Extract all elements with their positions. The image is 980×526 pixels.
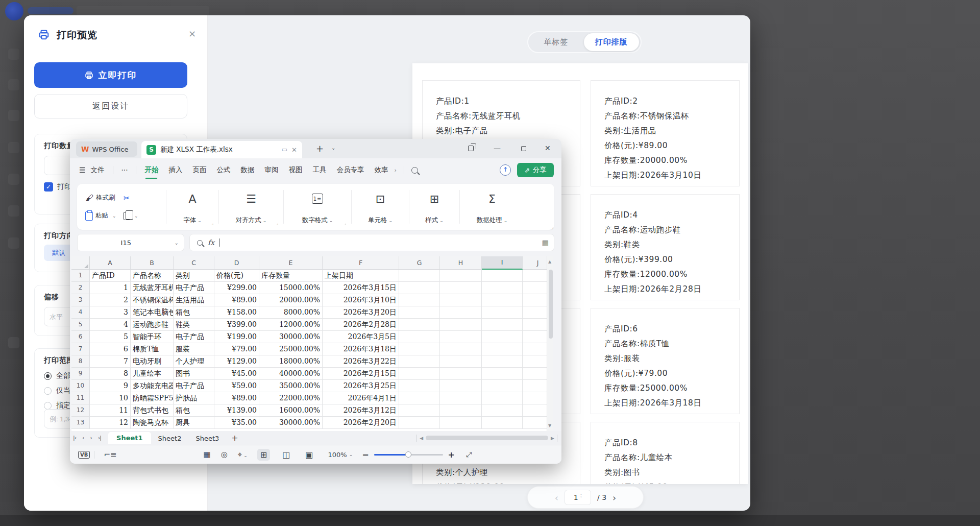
row-header-9[interactable]: 9	[71, 368, 90, 380]
cell-I3[interactable]	[482, 294, 523, 306]
cell-E6[interactable]: 30000.00%	[259, 331, 323, 343]
cell-G8[interactable]	[399, 355, 440, 368]
cell-F7[interactable]: 2026年3月18日	[323, 343, 399, 355]
cell-F6[interactable]: 2026年3月5日	[323, 331, 399, 343]
first-sheet-icon[interactable]: |‹	[73, 435, 76, 441]
column-header-F[interactable]: F	[323, 256, 399, 270]
cell-D13[interactable]: ¥35.00	[214, 417, 259, 429]
window-close-icon[interactable]: ✕	[545, 144, 551, 152]
cell-F12[interactable]: 2026年3月12日	[323, 404, 399, 417]
cell-A4[interactable]: 3	[90, 306, 131, 319]
column-header-A[interactable]: A	[90, 256, 131, 270]
cell-A11[interactable]: 10	[90, 392, 131, 404]
cell-F5[interactable]: 2026年2月28日	[323, 319, 399, 331]
cell-A1[interactable]: 产品ID	[90, 270, 131, 282]
cell-H12[interactable]	[440, 404, 482, 417]
cut-button[interactable]: ✂	[124, 194, 162, 203]
cell-E2[interactable]: 15000.00%	[259, 282, 323, 294]
cell-I4[interactable]	[482, 306, 523, 319]
cell-C6[interactable]: 电子产品	[174, 331, 214, 343]
cell-E4[interactable]: 8000.00%	[259, 306, 323, 319]
cell-C4[interactable]: 箱包	[174, 306, 214, 319]
row-header-11[interactable]: 11	[71, 392, 90, 404]
cell-F2[interactable]: 2026年3月15日	[323, 282, 399, 294]
row-header-1[interactable]: 1	[71, 270, 90, 282]
prev-sheet-icon[interactable]: ‹	[82, 435, 84, 441]
cell-G13[interactable]	[399, 417, 440, 429]
sheet-tab-sheet3[interactable]: Sheet3	[188, 433, 226, 444]
cell-F8[interactable]: 2026年3月22日	[323, 355, 399, 368]
cell-H1[interactable]	[440, 270, 482, 282]
menu-item-10[interactable]: 会员专享	[336, 165, 364, 175]
page-spinner-icon[interactable]: ˄˅	[580, 495, 582, 500]
print-now-button[interactable]: 立即打印	[34, 62, 187, 88]
hscroll-left-icon[interactable]: ◀	[420, 436, 423, 441]
cell-D5[interactable]: ¥399.00	[214, 319, 259, 331]
row-header-8[interactable]: 8	[71, 355, 90, 368]
cell-E7[interactable]: 25000.00%	[259, 343, 323, 355]
cell-E8[interactable]: 18000.00%	[259, 355, 323, 368]
cell-H5[interactable]	[440, 319, 482, 331]
cell-E11[interactable]: 22000.00%	[259, 392, 323, 404]
sheet-tab-sheet1[interactable]: Sheet1	[108, 432, 151, 444]
row-header-3[interactable]: 3	[71, 294, 90, 306]
样式-group[interactable]: ⊞ 样式⌄	[413, 188, 455, 226]
cell-G1[interactable]	[399, 270, 440, 282]
cell-I6[interactable]	[482, 331, 523, 343]
tab-list-chevron-icon[interactable]: ⌄	[331, 145, 335, 151]
scroll-down-icon[interactable]: ▼	[548, 423, 551, 428]
add-sheet-icon[interactable]: +	[231, 433, 238, 443]
cell-B4[interactable]: 笔记本电脑包	[131, 306, 174, 319]
preview-tab-inactive[interactable]: 单标签	[528, 37, 584, 47]
row-header-6[interactable]: 6	[71, 331, 90, 343]
group-expand-icon[interactable]: ⌟	[276, 221, 278, 226]
radio-icon[interactable]	[44, 402, 52, 410]
cell-G4[interactable]	[399, 306, 440, 319]
cell-I2[interactable]	[482, 282, 523, 294]
close-icon[interactable]: ✕	[188, 29, 196, 39]
cell-C11[interactable]: 护肤品	[174, 392, 214, 404]
cell-D12[interactable]: ¥139.00	[214, 404, 259, 417]
cell-C10[interactable]: 电子产品	[174, 380, 214, 392]
cell-E10[interactable]: 35000.00%	[259, 380, 323, 392]
cell-C7[interactable]: 服装	[174, 343, 214, 355]
menu-item-6[interactable]: 数据	[240, 165, 254, 175]
menu-item-2[interactable]: 开始	[144, 165, 158, 175]
cell-H3[interactable]	[440, 294, 482, 306]
cell-I13[interactable]	[482, 417, 523, 429]
row-header-10[interactable]: 10	[71, 380, 90, 392]
row-header-5[interactable]: 5	[71, 319, 90, 331]
hscroll-right-icon[interactable]: ▶	[551, 436, 554, 441]
cell-A13[interactable]: 12	[90, 417, 131, 429]
cell-A8[interactable]: 7	[90, 355, 131, 368]
zoom-in-icon[interactable]: +	[448, 450, 455, 460]
menu-item-1[interactable]: 文件	[91, 165, 105, 175]
cell-H6[interactable]	[440, 331, 482, 343]
row-header-7[interactable]: 7	[71, 343, 90, 355]
cell-E3[interactable]: 20000.00%	[259, 294, 323, 306]
doc-close-icon[interactable]: ✕	[291, 146, 297, 154]
visibility-icon[interactable]: ◎	[221, 450, 228, 459]
cell-A2[interactable]: 1	[90, 282, 131, 294]
cell-D7[interactable]: ¥79.00	[214, 343, 259, 355]
vertical-scrollbar[interactable]: ▲ ▼	[547, 256, 553, 431]
cell-H10[interactable]	[440, 380, 482, 392]
next-sheet-icon[interactable]: ›	[90, 435, 92, 441]
cell-H11[interactable]	[440, 392, 482, 404]
menu-item-3[interactable]: 插入	[168, 165, 182, 175]
format-painter-button[interactable]: 🖌 格式刷	[85, 193, 124, 203]
cell-H8[interactable]	[440, 355, 482, 368]
zoom-slider-thumb[interactable]	[405, 451, 411, 458]
cell-D1[interactable]: 价格(元)	[214, 270, 259, 282]
cell-H2[interactable]	[440, 282, 482, 294]
zoom-level[interactable]: 100%	[328, 451, 347, 459]
cell-B11[interactable]: 防晒霜SPF50	[131, 392, 174, 404]
cell-F1[interactable]: 上架日期	[323, 270, 399, 282]
cell-A3[interactable]: 2	[90, 294, 131, 306]
cell-A6[interactable]: 5	[90, 331, 131, 343]
menu-item-9[interactable]: 工具	[312, 165, 326, 175]
scroll-up-icon[interactable]: ▲	[548, 259, 551, 264]
search-icon[interactable]	[411, 167, 418, 174]
selection-locate-icon[interactable]: ⌖⌄	[238, 450, 248, 459]
cell-I1[interactable]	[482, 270, 523, 282]
